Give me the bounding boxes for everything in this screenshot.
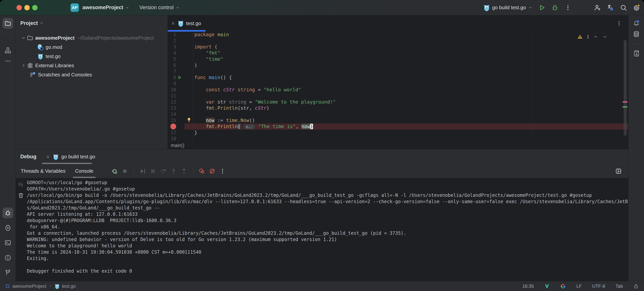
tree-item[interactable]: go.mod [16, 42, 168, 52]
translate-icon[interactable] [607, 4, 614, 11]
inspections-widget[interactable]: 1 [577, 34, 608, 40]
gutter[interactable] [176, 105, 193, 111]
search-icon[interactable] [620, 4, 627, 11]
tool-button-database-icon[interactable] [631, 29, 642, 39]
gutter[interactable] [176, 87, 193, 93]
tool-button-problems-icon[interactable] [2, 252, 13, 263]
kebab-icon[interactable] [564, 4, 572, 11]
stop-icon[interactable] [121, 168, 128, 175]
zoom-window-button[interactable] [32, 5, 38, 10]
readonly-toggle[interactable] [633, 284, 639, 289]
line-number[interactable]: 8 [168, 74, 176, 81]
kebab-icon[interactable] [219, 168, 226, 175]
close-icon[interactable] [171, 21, 176, 26]
tab-test-go[interactable]: test.go [168, 15, 206, 31]
line-number[interactable]: 2 [168, 38, 176, 44]
chevron-up-icon[interactable] [593, 34, 598, 39]
kebab-icon[interactable] [616, 20, 622, 26]
debug-session-tab[interactable]: go build test.go [42, 149, 99, 164]
rerun-debug-icon[interactable] [111, 168, 118, 175]
gutter[interactable] [176, 68, 193, 74]
step-into-icon[interactable] [170, 168, 177, 175]
close-window-button[interactable] [16, 5, 22, 10]
line-separator[interactable]: LF [576, 284, 582, 289]
tree-item[interactable]: Scratches and Consoles [16, 70, 168, 79]
tool-button-project-folder-icon[interactable] [2, 18, 13, 29]
plugin-v-icon[interactable] [544, 283, 550, 289]
tool-button-structure-icon[interactable] [2, 45, 13, 56]
line-number[interactable]: 12 [168, 99, 176, 105]
tree-item[interactable]: awesomeProject~/GolandProjects/awesomePr… [16, 33, 168, 42]
gutter[interactable] [176, 74, 193, 81]
line-number[interactable]: 14 [168, 111, 176, 117]
tool-button-debug-tool-icon[interactable] [2, 208, 13, 218]
line-number[interactable]: 6 [168, 62, 176, 68]
tree-item[interactable]: test.go [16, 52, 168, 61]
gutter[interactable] [176, 62, 193, 68]
indent-style[interactable]: Tab [616, 284, 623, 289]
code-area[interactable]: 1package main23import (4 "fmt"5 "time"6)… [168, 31, 628, 141]
caret-position[interactable]: 16:35 [522, 284, 534, 289]
line-number[interactable]: 13 [168, 105, 176, 111]
debug-icon[interactable] [551, 4, 558, 11]
tab-console[interactable]: Console [75, 164, 93, 178]
line-number[interactable]: 7 [168, 68, 176, 74]
minimize-window-button[interactable] [24, 5, 30, 10]
gutter[interactable] [176, 38, 193, 44]
close-icon[interactable] [46, 155, 50, 159]
gutter[interactable] [176, 56, 193, 62]
line-number[interactable] [168, 123, 176, 130]
chevron-right-icon[interactable] [20, 63, 27, 68]
line-number[interactable]: 4 [168, 50, 176, 56]
chevron-down-icon[interactable] [20, 35, 27, 40]
step-out-icon[interactable] [180, 168, 188, 175]
tool-button-run-tool-icon[interactable] [2, 223, 13, 233]
gutter[interactable] [176, 50, 193, 56]
tab-threads-variables[interactable]: Threads & Variables [21, 164, 66, 178]
vcs-selector[interactable]: Version control [139, 4, 180, 10]
file-encoding[interactable]: UTF-8 [592, 284, 605, 289]
layout-settings-icon[interactable] [615, 168, 622, 174]
resume-icon[interactable] [139, 168, 146, 175]
step-over-icon[interactable] [160, 168, 167, 175]
gutter[interactable] [176, 136, 193, 141]
view-breakpoints-icon[interactable] [198, 168, 205, 175]
line-number[interactable]: 10 [168, 87, 176, 93]
run-icon[interactable] [538, 4, 546, 11]
line-number[interactable]: 17 [168, 130, 176, 136]
line-number[interactable]: 5 [168, 56, 176, 62]
mute-breakpoints-icon[interactable] [209, 168, 216, 175]
status-crumb-file[interactable]: test.go [62, 284, 76, 289]
scroll-to-end-icon[interactable] [18, 182, 24, 188]
status-crumb-project[interactable]: awesomeProject [12, 284, 46, 289]
debug-console[interactable]: GOROOT=/usr/local/go #gosetupGOPATH=/Use… [16, 178, 628, 281]
project-panel-header[interactable]: Project [16, 15, 168, 31]
line-number[interactable]: 3 [168, 44, 176, 50]
add-user-icon[interactable] [594, 4, 601, 11]
scrollbar-mark-green[interactable] [622, 106, 628, 108]
clear-console-icon[interactable] [18, 192, 24, 199]
gutter[interactable] [176, 99, 193, 105]
tool-button-more-tool-windows-icon[interactable] [2, 56, 13, 66]
run-triangle-icon[interactable] [177, 75, 182, 80]
gutter[interactable] [176, 130, 193, 136]
settings-gear-icon[interactable] [633, 4, 640, 11]
gutter[interactable] [176, 44, 193, 50]
scrollbar-mark-pink[interactable] [622, 101, 628, 103]
google-plugin-icon[interactable] [560, 283, 566, 289]
gutter[interactable] [176, 93, 193, 99]
line-number[interactable]: 11 [168, 93, 176, 99]
editor-scrollbar[interactable] [624, 40, 627, 136]
tool-button-documentation-book-icon[interactable] [631, 48, 642, 59]
breakpoint-icon[interactable] [170, 123, 176, 129]
gutter[interactable] [176, 31, 193, 38]
line-number[interactable]: 9 [168, 81, 176, 87]
run-config-selector[interactable]: go build test.go [484, 4, 532, 11]
gutter[interactable] [176, 81, 193, 87]
line-number[interactable]: 1 [168, 31, 176, 38]
tool-button-notifications-bell-icon[interactable] [631, 18, 642, 29]
gutter[interactable] [176, 123, 193, 130]
breadcrumb[interactable]: main() [171, 143, 184, 148]
gutter[interactable] [176, 117, 193, 123]
tree-item[interactable]: External Libraries [16, 61, 168, 70]
